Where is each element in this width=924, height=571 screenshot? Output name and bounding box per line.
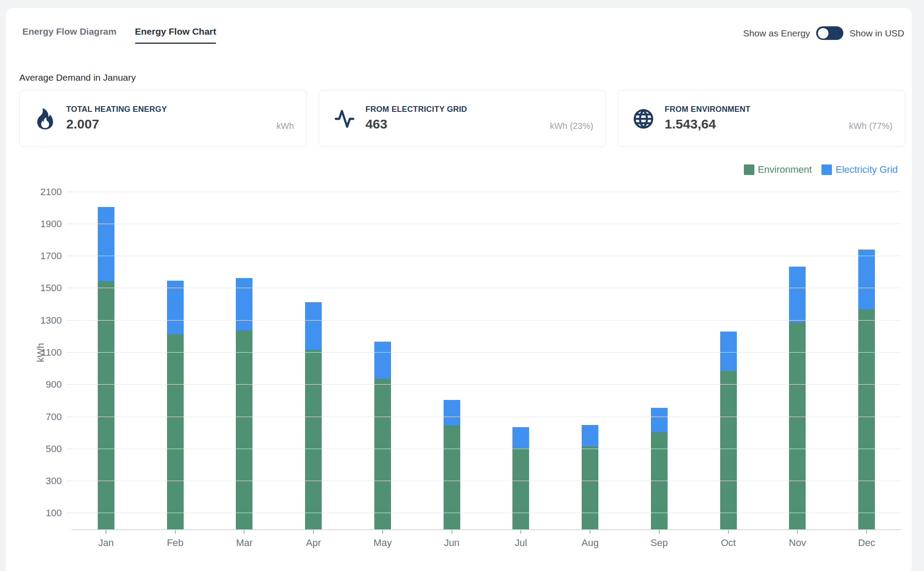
x-slot-may: May (348, 530, 417, 549)
electricity-grid-segment (167, 281, 184, 334)
bar-slot-may (348, 176, 417, 529)
x-tick-label: Feb (167, 537, 184, 549)
x-tick-mark (866, 530, 867, 534)
toggle-knob (818, 28, 828, 39)
gridline (71, 288, 901, 288)
x-tick-label: Jan (98, 537, 114, 549)
electricity-grid-segment (582, 425, 598, 446)
card-from-electricity-grid: FROM ELECTRICITY GRID 463 kWh (23%) (319, 90, 606, 147)
x-tick-label: Aug (582, 537, 599, 549)
bar-series (71, 176, 901, 529)
x-axis-labels: JanFebMarAprMayJunJulAugSepOctNovDec (71, 530, 901, 549)
x-slot-oct: Oct (694, 530, 763, 549)
gridline (71, 449, 901, 449)
tab-label: Energy Flow Diagram (22, 26, 117, 36)
x-slot-jan: Jan (71, 530, 141, 549)
bar-slot-apr (279, 176, 348, 529)
x-tick-label: May (373, 537, 392, 549)
electricity-grid-segment (305, 302, 322, 350)
plot-area (71, 176, 901, 530)
x-tick-mark (313, 530, 314, 534)
stat-cards: TOTAL HEATING ENERGY 2.007 kWh FROM ELEC… (19, 90, 905, 147)
chart-legend: Environment Electricity Grid (744, 164, 898, 175)
toggle-label-energy: Show as Energy (743, 28, 810, 39)
x-tick-label: Nov (789, 537, 806, 549)
x-slot-feb: Feb (141, 530, 210, 549)
y-tick-mark (67, 352, 71, 353)
stacked-bar-mar (236, 278, 252, 529)
bar-slot-sep (625, 176, 694, 529)
y-tick-mark (67, 192, 71, 192)
x-slot-jun: Jun (417, 530, 487, 549)
bar-slot-jan (71, 176, 141, 529)
gridline (71, 256, 901, 256)
x-tick-mark (659, 530, 660, 534)
environment-segment (582, 446, 598, 529)
y-tick-label: 1700 (40, 250, 62, 262)
y-tick-label: 1300 (40, 315, 62, 326)
x-slot-mar: Mar (210, 530, 279, 549)
flame-icon (35, 108, 56, 129)
tab-energy-flow-chart[interactable]: Energy Flow Chart (135, 26, 217, 44)
stacked-bar-oct (720, 332, 737, 529)
bar-slot-jul (487, 176, 556, 529)
x-tick-label: Sep (650, 537, 668, 549)
gridline (71, 384, 901, 385)
x-slot-jul: Jul (487, 530, 556, 549)
gridline (71, 224, 901, 224)
card-value: 2.007 (66, 117, 99, 132)
bar-slot-dec (832, 176, 901, 529)
legend-swatch-environment (744, 164, 754, 175)
gridline (71, 513, 901, 513)
electricity-grid-segment (789, 267, 806, 322)
x-tick-mark (797, 530, 798, 534)
bar-slot-jun (417, 176, 487, 529)
card-label: TOTAL HEATING ENERGY (66, 105, 167, 114)
y-tick-mark (67, 224, 71, 224)
tab-label: Energy Flow Chart (135, 26, 217, 36)
tab-energy-flow-diagram[interactable]: Energy Flow Diagram (22, 26, 117, 44)
main-panel: Energy Flow Diagram Energy Flow Chart Sh… (6, 8, 912, 571)
legend-label: Electricity Grid (835, 164, 898, 175)
environment-segment (98, 281, 114, 529)
y-tick-label: 2100 (40, 186, 62, 198)
legend-label: Environment (758, 164, 812, 175)
card-label: FROM ENVIRONMENT (665, 105, 750, 114)
energy-usd-toggle[interactable] (816, 26, 843, 40)
bar-slot-aug (555, 176, 625, 529)
environment-segment (858, 309, 875, 529)
x-tick-label: Apr (306, 537, 321, 549)
legend-item-electricity-grid[interactable]: Electricity Grid (821, 164, 898, 175)
electricity-grid-segment (98, 207, 114, 282)
card-label: FROM ELECTRICITY GRID (366, 105, 467, 114)
stacked-bar-may (374, 342, 391, 529)
x-tick-label: Jul (515, 537, 527, 549)
unit-toggle-group: Show as Energy Show in USD (743, 26, 904, 40)
y-tick-label: 100 (46, 507, 62, 519)
stacked-bar-apr (305, 302, 322, 529)
y-tick-mark (67, 320, 71, 321)
globe-icon (633, 108, 654, 129)
legend-swatch-electricity-grid (821, 164, 832, 175)
legend-item-environment[interactable]: Environment (744, 164, 812, 175)
y-tick-label: 1900 (40, 218, 62, 230)
bar-slot-oct (694, 176, 763, 529)
stacked-bar-feb (167, 281, 184, 529)
y-tick-label: 500 (46, 443, 62, 455)
card-value: 463 (366, 117, 387, 132)
stacked-bar-aug (582, 425, 598, 529)
x-tick-mark (520, 530, 521, 534)
x-tick-mark (382, 530, 383, 534)
x-tick-label: Dec (858, 537, 875, 549)
y-tick-label: 300 (46, 475, 62, 487)
tab-underline (135, 43, 217, 44)
x-tick-label: Jun (444, 537, 459, 549)
x-slot-sep: Sep (625, 530, 694, 549)
electricity-grid-segment (374, 342, 391, 379)
y-tick-label: 1100 (41, 347, 62, 358)
environment-segment (167, 334, 184, 529)
stacked-bar-sep (651, 408, 668, 529)
x-slot-apr: Apr (279, 530, 348, 549)
y-axis-labels: 100300500700900110013001500170019002100 (6, 176, 67, 529)
card-unit: kWh (77%) (849, 121, 892, 131)
